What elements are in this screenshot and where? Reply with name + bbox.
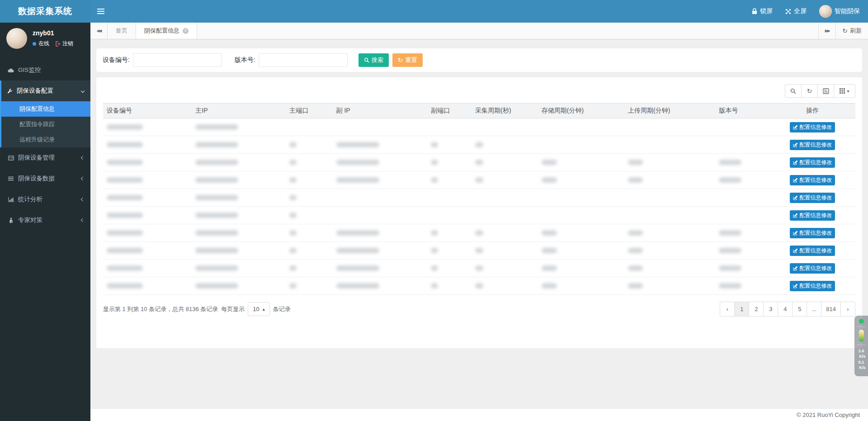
column-header: 上传周期(分钟) xyxy=(624,104,715,118)
redacted-value xyxy=(475,177,483,183)
sidebar-item-device-manage[interactable]: 阴保设备管理 xyxy=(0,147,90,168)
main-area: ◀◀ 首页 阴保配置信息 ▶▶ ↻ 刷新 设备编号: 版本号: xyxy=(90,23,868,421)
modify-config-button[interactable]: 配置信息修改 xyxy=(790,228,835,238)
prev-page-button[interactable]: ‹ xyxy=(720,302,735,317)
account-menu[interactable]: 智能阴保 xyxy=(819,5,860,18)
reset-button[interactable]: ↻ 重置 xyxy=(392,53,423,67)
table-cell xyxy=(286,260,332,277)
refresh-tab-button[interactable]: ↻ 刷新 xyxy=(835,23,868,39)
modify-config-button[interactable]: 配置信息修改 xyxy=(790,281,835,291)
table-row: 配置信息修改 xyxy=(103,242,855,260)
tabs-scroll-left-button[interactable]: ◀◀ xyxy=(90,23,108,39)
next-page-button[interactable]: › xyxy=(840,302,855,317)
tabs-scroll-right-button[interactable]: ▶▶ xyxy=(818,23,835,39)
chevron-left-icon xyxy=(81,198,85,201)
redacted-value xyxy=(542,248,557,253)
sidebar-item-label: 阴保设备数据 xyxy=(18,175,55,183)
page-button-1[interactable]: 1 xyxy=(734,302,749,317)
page-ellipsis-button[interactable]: ... xyxy=(807,302,821,317)
modify-config-button[interactable]: 配置信息修改 xyxy=(790,210,835,221)
redacted-value xyxy=(628,248,643,253)
search-button[interactable]: 搜索 xyxy=(359,53,389,67)
redacted-value xyxy=(107,195,143,200)
page-button-3[interactable]: 3 xyxy=(763,302,778,317)
page-button-2[interactable]: 2 xyxy=(749,302,764,317)
sidebar-item-remote-upgrade[interactable]: 远程升级记录 xyxy=(1,132,90,147)
table-cell xyxy=(192,136,286,154)
redacted-value xyxy=(195,124,238,130)
detail-view-button[interactable] xyxy=(817,84,834,98)
redacted-value xyxy=(336,265,379,271)
refresh-table-button[interactable]: ↻ xyxy=(801,84,818,98)
modify-config-label: 配置信息修改 xyxy=(799,141,832,149)
table-row: 配置信息修改 xyxy=(103,118,855,136)
table-cell xyxy=(624,136,715,154)
sidebar-item-device-config[interactable]: 阴保设备配置 xyxy=(1,80,90,101)
redacted-value xyxy=(336,142,379,147)
table-cell xyxy=(538,260,624,277)
table-cell xyxy=(286,207,332,224)
table-cell xyxy=(286,242,332,260)
fullscreen-button[interactable]: 全屏 xyxy=(785,7,807,15)
modify-config-button[interactable]: 配置信息修改 xyxy=(790,246,835,256)
table-cell xyxy=(427,136,472,154)
redacted-value xyxy=(628,230,643,236)
tab-home[interactable]: 首页 xyxy=(108,23,136,39)
page-footer: © 2021 RuoYi Copyright xyxy=(90,408,868,421)
app-logo[interactable]: 数据采集系统 xyxy=(0,0,90,23)
modify-config-button[interactable]: 配置信息修改 xyxy=(790,193,835,203)
tab-config-info[interactable]: 阴保配置信息 xyxy=(136,23,197,39)
divider xyxy=(857,345,866,345)
table-cell xyxy=(192,171,286,189)
sidebar-item-statistics[interactable]: 统计分析 xyxy=(0,189,90,210)
action-cell: 配置信息修改 xyxy=(769,154,855,171)
sidebar-item-gis-monitor[interactable]: GIS监控 xyxy=(0,60,90,80)
table-cell xyxy=(538,277,624,295)
chevron-left-icon xyxy=(81,177,85,180)
table-cell xyxy=(333,189,428,207)
close-icon[interactable] xyxy=(183,28,189,34)
redacted-value xyxy=(336,248,379,253)
modify-config-button[interactable]: 配置信息修改 xyxy=(790,175,835,185)
columns-dropdown-button[interactable] xyxy=(834,84,855,98)
page-button-4[interactable]: 4 xyxy=(778,302,793,317)
sidebar-item-label: 阴保设备配置 xyxy=(17,87,53,95)
table-row: 配置信息修改 xyxy=(103,207,855,224)
gauge-pill-icon xyxy=(859,330,864,342)
sidebar-item-config-info[interactable]: 阴保配置信息 xyxy=(1,101,90,117)
redacted-value xyxy=(542,283,557,289)
sidebar-item-expert-advice[interactable]: 专家对策 xyxy=(0,210,90,231)
table-cell xyxy=(192,154,286,171)
modify-config-button[interactable]: 配置信息修改 xyxy=(790,157,835,168)
redacted-value xyxy=(195,248,238,253)
net-speed-widget[interactable]: 1.0 ↑K/s 0.1 ↓K/s xyxy=(854,316,868,376)
redacted-value xyxy=(431,265,438,271)
page-button-814[interactable]: 814 xyxy=(821,302,841,317)
logout-button[interactable]: 注销 xyxy=(55,40,73,47)
detail-view-icon xyxy=(823,88,829,94)
page-button-5[interactable]: 5 xyxy=(792,302,807,317)
action-cell: 配置信息修改 xyxy=(769,242,855,260)
redacted-value xyxy=(289,160,297,165)
column-header: 采集周期(秒) xyxy=(472,104,538,118)
lock-screen-button[interactable]: 锁屏 xyxy=(752,7,773,15)
sidebar-item-device-data[interactable]: 阴保设备数据 xyxy=(0,168,90,189)
sidebar-item-label: 专家对策 xyxy=(18,216,42,224)
redacted-value xyxy=(336,283,379,289)
show-search-button[interactable] xyxy=(785,84,802,98)
page-size-select[interactable]: 10 xyxy=(248,302,270,316)
table-cell xyxy=(427,260,472,277)
modify-config-label: 配置信息修改 xyxy=(799,159,832,166)
sidebar-item-command-trace[interactable]: 配置指令跟踪 xyxy=(1,117,90,132)
modify-config-button[interactable]: 配置信息修改 xyxy=(790,140,835,150)
tab-label: 首页 xyxy=(116,27,127,35)
modify-config-button[interactable]: 配置信息修改 xyxy=(790,122,835,132)
modify-config-button[interactable]: 配置信息修改 xyxy=(790,263,835,274)
submenu-device-config: 阴保配置信息 配置指令跟踪 远程升级记录 xyxy=(1,101,90,147)
redacted-value xyxy=(289,213,297,218)
table-cell xyxy=(715,189,769,207)
version-input[interactable] xyxy=(259,53,348,67)
device-id-input[interactable] xyxy=(133,53,222,67)
table-cell xyxy=(192,207,286,224)
sidebar-toggle-button[interactable] xyxy=(90,0,111,23)
